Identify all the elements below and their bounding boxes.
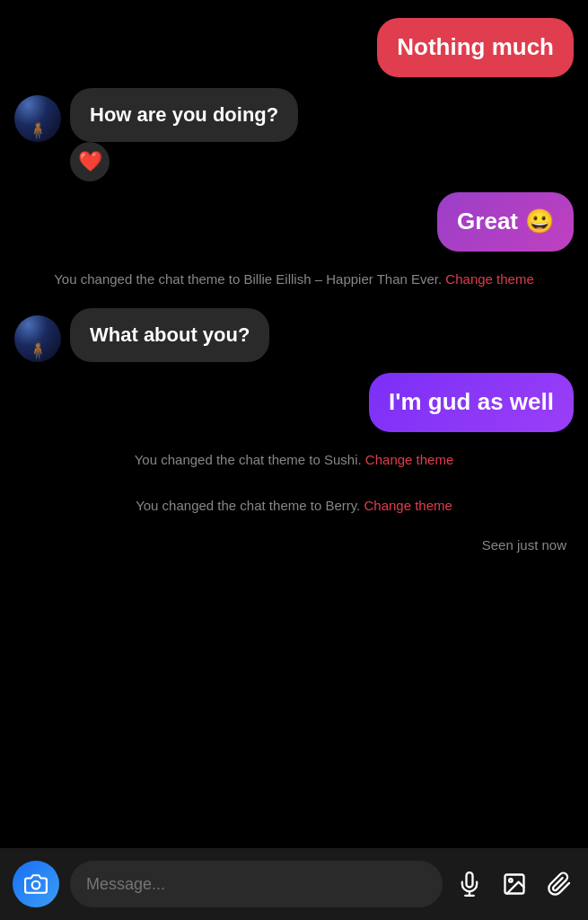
received-stack: How are you doing? [70,88,298,143]
system-text: You changed the chat theme to Billie Eil… [54,271,442,287]
system-message: You changed the chat theme to Sushi. Cha… [14,443,574,478]
message-input-container[interactable] [70,861,443,907]
image-button[interactable] [498,868,531,900]
change-theme-link[interactable]: Change theme [365,452,453,467]
message-row: Nothing much [14,18,574,77]
received-message-group: How are you doing? ❤️ [14,88,574,182]
system-message: You changed the chat theme to Berry. Cha… [14,489,574,524]
system-text: You changed the chat theme to Sushi. [135,452,362,467]
message-emoji: 😀 [525,207,554,237]
heart-reaction: ❤️ [70,142,110,181]
change-theme-link[interactable]: Change theme [364,498,452,513]
svg-point-4 [509,879,513,882]
input-bar [0,848,588,920]
chat-area: Nothing much How are you doing? ❤️ Great… [0,0,588,848]
received-bubble: What about you? [70,308,269,363]
sent-bubble: Nothing much [377,18,574,77]
mic-icon [457,871,482,897]
change-theme-link[interactable]: Change theme [445,271,533,287]
seen-status: Seen just now [14,534,574,553]
message-input[interactable] [86,875,426,894]
system-text: You changed the chat theme to Berry. [136,498,360,513]
sticker-icon [547,871,572,897]
message-row: Great 😀 [14,192,574,252]
avatar [14,95,61,142]
input-actions [453,868,575,900]
reaction-emoji: ❤️ [78,150,102,173]
sent-bubble: Great 😀 [437,192,574,252]
camera-button[interactable] [13,861,59,907]
received-bubble: How are you doing? [70,88,298,143]
message-row: I'm gud as well [14,373,574,432]
message-row: How are you doing? [14,88,574,143]
avatar [14,315,61,362]
system-message: You changed the chat theme to Billie Eil… [14,262,574,297]
message-text: What about you? [90,323,250,346]
message-text: Nothing much [397,33,554,60]
message-text: I'm gud as well [389,388,554,415]
sent-bubble: I'm gud as well [369,373,574,432]
message-text: Great [457,207,518,237]
svg-point-0 [32,881,40,889]
message-row: What about you? [14,308,574,363]
camera-icon [24,872,48,896]
sticker-button[interactable] [543,868,575,900]
message-text: How are you doing? [90,103,278,126]
image-icon [502,871,527,897]
mic-button[interactable] [453,868,486,900]
